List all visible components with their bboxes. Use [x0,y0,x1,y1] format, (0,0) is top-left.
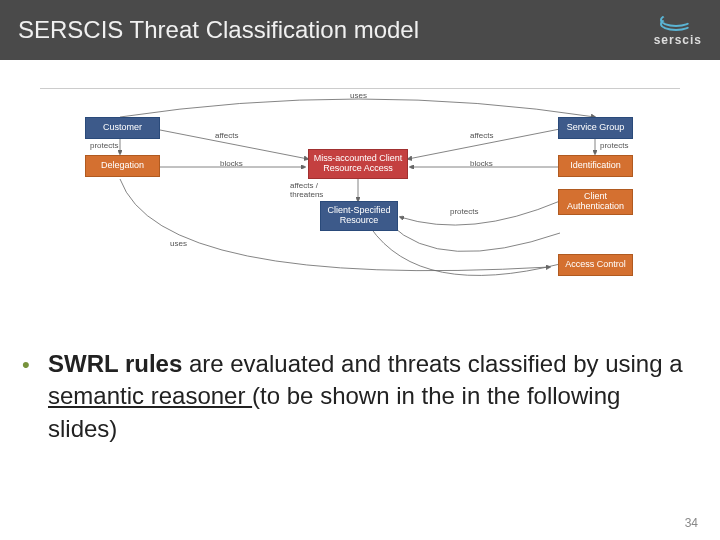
bullet-span1: are evaluated and threats classified by … [182,350,682,377]
label-blocks-right: blocks [470,159,493,168]
logo-mark-icon [660,13,696,31]
box-customer: Customer [85,117,160,139]
label-affects-threatens: affects / threatens [290,181,340,199]
label-blocks-left: blocks [220,159,243,168]
diagram-area: Customer Delegation Miss-accounted Clien… [40,88,680,308]
logo-text: serscis [654,33,702,47]
slide-title: SERSCIS Threat Classification model [18,16,419,44]
brand-logo: serscis [654,13,702,47]
bullet-dot-icon: • [22,350,30,380]
bullet-text: SWRL rules are evaluated and threats cla… [22,348,690,445]
box-client-auth: Client Authentication [558,189,633,215]
box-service-group: Service Group [558,117,633,139]
label-uses-bottom: uses [170,239,187,248]
label-uses-top: uses [350,91,367,100]
label-protects-3: protects [450,207,478,216]
label-protects-left: protects [90,141,118,150]
box-delegation: Delegation [85,155,160,177]
box-threat: Miss-accounted Client Resource Access [308,149,408,179]
bullet-bold: SWRL rules [48,350,182,377]
box-access-control: Access Control [558,254,633,276]
bullet-underline: semantic reasoner [48,382,252,409]
label-protects-right: protects [600,141,628,150]
label-affects-left: affects [215,131,238,140]
slide-header: SERSCIS Threat Classification model sers… [0,0,720,60]
page-number: 34 [685,516,698,530]
box-identification: Identification [558,155,633,177]
box-resource: Client-Specified Resource [320,201,398,231]
label-affects-right: affects [470,131,493,140]
bullet-item: • SWRL rules are evaluated and threats c… [22,348,690,445]
